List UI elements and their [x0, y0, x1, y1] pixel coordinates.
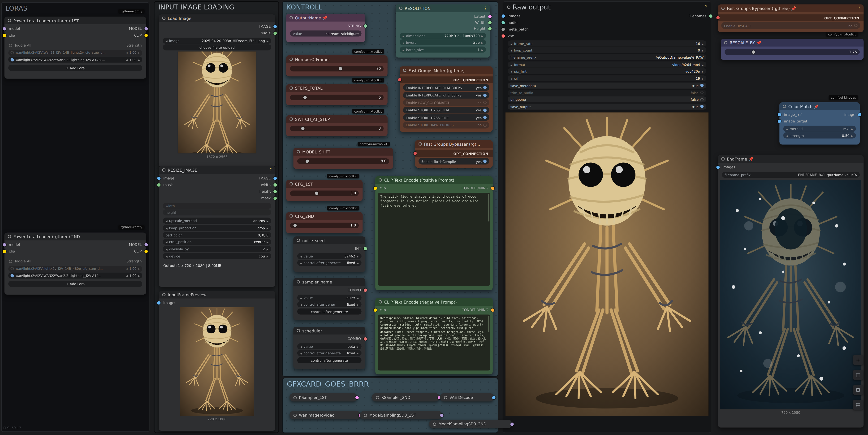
- collapse-dot-icon[interactable]: [162, 17, 165, 20]
- increment-arrow-icon[interactable]: [482, 41, 483, 45]
- steps-slider[interactable]: 6: [290, 94, 383, 101]
- frames-slider[interactable]: 80: [290, 65, 383, 72]
- node-title-bar[interactable]: CFG_1ST: [286, 180, 363, 188]
- clip-input-port[interactable]: [3, 34, 6, 37]
- decrement-arrow-icon[interactable]: [126, 274, 128, 277]
- width-output-port[interactable]: [273, 183, 277, 186]
- node-noise-seed[interactable]: noise_seed INT value32462 control after …: [293, 236, 366, 272]
- node-title-bar[interactable]: RESOLUTION?: [396, 4, 490, 12]
- collapse-dot-icon[interactable]: [418, 142, 422, 146]
- increment-arrow-icon[interactable]: [138, 58, 140, 61]
- toggle-all-dot-icon[interactable]: [9, 260, 12, 263]
- toggle-dot-icon[interactable]: [854, 24, 857, 27]
- increment-arrow-icon[interactable]: [267, 247, 269, 251]
- increment-arrow-icon[interactable]: [138, 274, 140, 277]
- node-title-bar[interactable]: MODEL_SHIFT: [293, 148, 393, 155]
- increment-arrow-icon[interactable]: [357, 302, 359, 307]
- widget-divisible-by[interactable]: divisible_by2: [163, 246, 271, 252]
- upload-button[interactable]: choose file to upload: [163, 45, 271, 51]
- slider-track[interactable]: 1.0: [290, 223, 359, 228]
- decrement-arrow-icon[interactable]: [510, 77, 512, 80]
- toggle-pingpong[interactable]: pingpongfalse: [507, 96, 706, 103]
- collapse-dot-icon[interactable]: [724, 41, 727, 44]
- images-input-port[interactable]: [716, 166, 720, 169]
- increment-arrow-icon[interactable]: [267, 240, 269, 244]
- widget-crop-position[interactable]: crop_positioncenter: [163, 239, 271, 245]
- node-output-name[interactable]: OutputName 📌 STRING valuehidream_stickfi…: [286, 14, 365, 42]
- node-title-bar[interactable]: NumberOfFrames: [286, 55, 388, 63]
- collapse-dot-icon[interactable]: [783, 105, 786, 108]
- node-switch-at-step-slider[interactable]: SWITCH_AT_STEP 3: [286, 115, 388, 136]
- toggle-store-raw-prores[interactable]: Enable STORE_RAW_PRORESno: [403, 121, 489, 128]
- node-sampler-name[interactable]: sampler_name COMBO valueeuler control af…: [293, 278, 366, 320]
- increment-arrow-icon[interactable]: [357, 344, 359, 348]
- slider-track[interactable]: 6: [290, 95, 383, 100]
- widget-format[interactable]: formatvideo/h264-mp4: [507, 61, 706, 67]
- opt-connection-input-port[interactable]: [716, 16, 720, 19]
- node-title-bar[interactable]: sampler_name: [293, 278, 366, 286]
- increment-arrow-icon[interactable]: [267, 226, 269, 230]
- canvas-frame-button[interactable]: □: [853, 370, 863, 380]
- toggle-dot-icon[interactable]: [483, 86, 487, 89]
- node-load-image[interactable]: Load Image IMAGE MASK image2025-04-20-00…: [159, 14, 275, 167]
- toggle-dot-icon[interactable]: [483, 93, 487, 97]
- decrement-arrow-icon[interactable]: [300, 302, 302, 307]
- widget-seed-value[interactable]: value32462: [297, 253, 362, 259]
- collapse-dot-icon[interactable]: [403, 68, 406, 72]
- node-model-sampling-sd3-1st-collapsed[interactable]: ModelSamplingSD3_1ST: [360, 411, 442, 419]
- node-title-bar[interactable]: Fast Groups Bypasser (rgthree) 📌?: [718, 4, 864, 12]
- model-input-port[interactable]: [3, 243, 6, 246]
- opt-connection-input-port[interactable]: [413, 152, 417, 155]
- increment-arrow-icon[interactable]: [702, 41, 704, 45]
- toggle-dot-icon[interactable]: [483, 160, 487, 163]
- slider-knob[interactable]: [301, 127, 305, 130]
- slider-knob[interactable]: [306, 160, 309, 163]
- canvas-minimap-button[interactable]: ▤: [853, 400, 863, 410]
- toggle-dot-icon[interactable]: [483, 108, 487, 112]
- decrement-arrow-icon[interactable]: [300, 295, 302, 299]
- node-title-bar[interactable]: STEPS_TOTAL: [286, 84, 388, 92]
- model-output-port[interactable]: [145, 27, 148, 30]
- node-title-bar[interactable]: Power Lora Loader (rgthree) 2ND: [4, 233, 146, 240]
- widget-dimensions[interactable]: dimensions720P 3.2 - 1080x720: [400, 32, 486, 38]
- widget-image-file[interactable]: image2025-04-20-0038_HiDream_FULL.png: [163, 37, 271, 44]
- decrement-arrow-icon[interactable]: [165, 247, 167, 251]
- widget-method[interactable]: methodmkl: [783, 125, 856, 132]
- image-output-port[interactable]: [858, 113, 861, 116]
- decrement-arrow-icon[interactable]: [510, 41, 512, 45]
- vae-input-port[interactable]: [501, 34, 505, 37]
- meta-batch-input-port[interactable]: [501, 28, 505, 31]
- help-icon[interactable]: ?: [485, 6, 487, 11]
- increment-arrow-icon[interactable]: [702, 49, 704, 52]
- toggle-store-h265-film[interactable]: Enable STORE_H265_FILMyes: [403, 107, 489, 113]
- lora-toggle-icon[interactable]: [11, 267, 14, 270]
- node-wan-image-to-video-collapsed[interactable]: WanImageToVideo: [289, 411, 361, 419]
- slider-track[interactable]: 3: [290, 126, 383, 131]
- lora-strength-value[interactable]: 1.00: [129, 274, 136, 277]
- slider-knob[interactable]: [339, 67, 342, 70]
- height-output-port[interactable]: [273, 190, 277, 193]
- collapse-dot-icon[interactable]: [379, 300, 382, 303]
- decrement-arrow-icon[interactable]: [126, 267, 128, 270]
- add-lora-button[interactable]: + Add Lora: [8, 65, 142, 71]
- increment-arrow-icon[interactable]: [357, 261, 359, 265]
- toggle-dot-icon[interactable]: [700, 84, 704, 87]
- slider-track[interactable]: 80: [290, 66, 383, 71]
- widget-keep-proportion[interactable]: keep_proportioncrop: [163, 225, 271, 231]
- node-title-bar[interactable]: CLIP Text Encode (Positive Prompt): [375, 176, 493, 184]
- widget-invert[interactable]: inverttrue: [400, 39, 486, 46]
- opt-connection-input-port[interactable]: [398, 78, 401, 81]
- model-input-port[interactable]: [3, 27, 6, 30]
- textarea-scrollbar[interactable]: [488, 194, 489, 222]
- group-input-title[interactable]: INPUT IMAGE LOADING: [155, 2, 279, 13]
- clip-output-port[interactable]: [145, 34, 148, 37]
- collapse-dot-icon[interactable]: [289, 16, 293, 19]
- decrement-arrow-icon[interactable]: [165, 240, 167, 244]
- node-rescale-by-slider[interactable]: RESCALE_BY 📌 1.75: [721, 39, 864, 60]
- slider-track[interactable]: 8.0: [297, 158, 389, 164]
- widget-filename-prefix[interactable]: filename_prefix%OutputName.value%_RAW: [507, 54, 706, 60]
- widget-filename-prefix[interactable]: filename_prefixENDFRAME_%OutputName.valu…: [722, 171, 860, 178]
- node-title-bar[interactable]: Fast Groups Bypasser (rgt...: [415, 140, 493, 148]
- node-fast-groups-bypasser-top[interactable]: Fast Groups Bypasser (rgthree) 📌? OPT_CO…: [718, 4, 864, 32]
- increment-arrow-icon[interactable]: [138, 51, 140, 54]
